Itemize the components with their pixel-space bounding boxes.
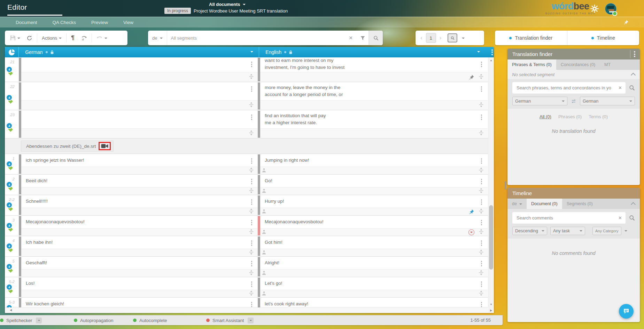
row-resize-handle[interactable] xyxy=(479,208,483,215)
row-resize-handle[interactable] xyxy=(249,188,254,194)
panel-resize-handle[interactable] xyxy=(505,181,506,190)
refresh-button[interactable] xyxy=(23,31,36,45)
target-cell[interactable]: Got him! xyxy=(258,236,488,249)
row-resize-handle[interactable] xyxy=(479,249,483,256)
next-page-button[interactable]: › xyxy=(437,34,444,41)
tab-concordances[interactable]: Concordances (0) xyxy=(556,59,600,70)
target-cell[interactable]: Let's go! xyxy=(258,277,488,290)
status-item-dropdown[interactable] xyxy=(248,318,254,323)
target-cell-menu[interactable] xyxy=(480,239,483,247)
target-cell-menu[interactable] xyxy=(480,61,483,68)
previous-page-button[interactable]: ‹ xyxy=(418,34,425,41)
target-cell[interactable]: Alright! xyxy=(258,257,488,269)
tab-segments[interactable]: Segments (0) xyxy=(562,199,597,209)
row-resize-handle[interactable] xyxy=(249,167,254,174)
row-resize-handle[interactable] xyxy=(479,74,483,80)
horizontal-scrollbar[interactable]: ◀ xyxy=(5,307,488,313)
source-cell[interactable]: Beeil dich! xyxy=(19,175,258,187)
tab-phrases-terms[interactable]: Phrases & Terms (0) xyxy=(507,59,556,70)
comment-search-input[interactable] xyxy=(516,215,618,221)
segment-search-input[interactable] xyxy=(167,35,345,41)
scroll-up-arrow[interactable]: ▲ xyxy=(488,59,494,62)
row-resize-handle[interactable] xyxy=(249,74,254,80)
source-cell[interactable]: Los! xyxy=(19,277,258,290)
row-resize-handle[interactable] xyxy=(249,102,254,109)
target-cell[interactable]: Mecajonaconaquevosbotou! xyxy=(258,216,488,228)
source-cell[interactable] xyxy=(19,82,258,100)
pin-icon[interactable] xyxy=(468,74,474,80)
find-replace-button[interactable]: a xyxy=(78,31,90,45)
source-cell[interactable]: Geschafft! xyxy=(19,257,258,269)
row-resize-handle[interactable] xyxy=(479,102,483,109)
swap-languages-icon[interactable] xyxy=(567,99,580,103)
grid-statistics-button[interactable] xyxy=(5,47,18,57)
row-resize-handle[interactable] xyxy=(249,290,254,297)
source-cell[interactable]: ich springe jetzt ins Wasser! xyxy=(19,154,258,167)
chevron-down-icon[interactable] xyxy=(250,51,253,54)
tab-document[interactable]: Document (0) xyxy=(527,199,562,209)
target-cell[interactable]: Go! xyxy=(258,175,488,187)
row-resize-handle[interactable] xyxy=(249,249,254,256)
menu-item-view[interactable]: View xyxy=(123,20,133,25)
search-icon[interactable] xyxy=(629,215,635,221)
row-resize-handle[interactable] xyxy=(249,130,254,137)
target-column-header[interactable]: English xyxy=(259,47,490,57)
translation-finder-toggle[interactable]: Translation finder xyxy=(495,31,567,45)
source-cell-menu[interactable] xyxy=(250,113,254,121)
pin-menu-icon[interactable] xyxy=(623,19,629,25)
pin-icon[interactable] xyxy=(468,209,474,215)
clear-icon[interactable]: ✕ xyxy=(618,85,623,90)
source-cell[interactable] xyxy=(19,57,258,72)
status-bar-item[interactable]: Autocomplete xyxy=(133,315,167,325)
source-column-header[interactable]: German xyxy=(19,47,259,57)
target-cell-menu[interactable] xyxy=(480,280,483,288)
page-search-button[interactable] xyxy=(448,33,457,42)
clear-icon[interactable]: ✕ xyxy=(618,215,623,220)
source-cell-menu[interactable] xyxy=(250,85,254,93)
target-language-dropdown[interactable]: German xyxy=(580,97,635,105)
target-cell-menu[interactable] xyxy=(480,85,483,93)
chat-button[interactable] xyxy=(619,304,634,319)
row-resize-handle[interactable] xyxy=(479,188,483,194)
target-cell[interactable]: find an institution that will pay me a h… xyxy=(258,110,488,128)
save-button[interactable] xyxy=(7,31,23,45)
source-cell-menu[interactable] xyxy=(250,280,254,288)
menu-item-document[interactable]: Document xyxy=(16,20,37,25)
search-language-dropdown[interactable]: de xyxy=(148,31,167,45)
gear-icon[interactable] xyxy=(590,5,599,13)
row-resize-handle[interactable] xyxy=(479,290,483,297)
collapse-chevron-icon[interactable] xyxy=(631,202,636,207)
timeline-language-dropdown[interactable]: de xyxy=(507,199,527,209)
source-cell-menu[interactable] xyxy=(250,157,254,165)
status-bar-item[interactable]: Spellchecker xyxy=(0,315,42,325)
source-cell-menu[interactable] xyxy=(250,260,254,267)
row-resize-handle[interactable] xyxy=(479,229,483,235)
source-cell-menu[interactable] xyxy=(250,239,254,247)
menu-item-qa-checks[interactable]: QA Checks xyxy=(53,20,76,25)
source-cell-menu[interactable] xyxy=(250,198,254,206)
filter-terms[interactable]: Terms (0) xyxy=(589,114,608,119)
source-cell-menu[interactable] xyxy=(250,61,254,68)
phrase-search-input[interactable] xyxy=(516,85,618,91)
status-bar-item[interactable]: Autopropagation xyxy=(74,315,113,325)
source-cell[interactable]: Schnell!!!!! xyxy=(19,195,258,208)
source-cell-menu[interactable] xyxy=(250,178,254,185)
source-cell[interactable]: Ich habe ihn! xyxy=(19,236,258,249)
vertical-scrollbar[interactable]: ▲ ▼ xyxy=(488,57,494,307)
scroll-left-arrow[interactable]: ◀ xyxy=(10,308,12,312)
tab-mt[interactable]: MT xyxy=(600,59,615,70)
target-cell-menu[interactable] xyxy=(480,157,483,165)
chevron-down-icon[interactable] xyxy=(477,51,480,54)
timeline-toggle[interactable]: Timeline xyxy=(567,31,639,45)
row-resize-handle[interactable] xyxy=(479,270,483,276)
row-resize-handle[interactable] xyxy=(249,270,254,276)
actions-button[interactable]: Actions xyxy=(39,31,65,45)
source-language-dropdown[interactable]: German xyxy=(512,97,567,105)
kebab-menu-icon[interactable] xyxy=(630,50,636,58)
video-camera-icon[interactable] xyxy=(101,144,108,149)
target-cell-menu[interactable] xyxy=(480,198,483,206)
show-formatting-button[interactable]: ¶ xyxy=(68,31,77,45)
page-options-dropdown[interactable] xyxy=(459,31,468,45)
source-cell[interactable]: Mecajonaconaquevosbotou! xyxy=(19,216,258,228)
target-cell[interactable]: want to earn more interest on my investm… xyxy=(258,57,488,72)
